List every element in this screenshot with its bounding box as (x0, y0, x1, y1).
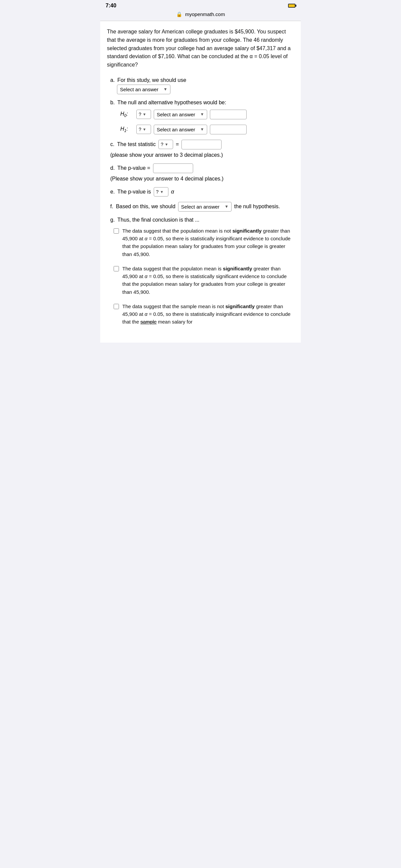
conclusion-action-dropdown[interactable]: Select an answer ▼ (178, 202, 232, 212)
part-b-row: b. The null and alternative hypotheses w… (110, 100, 294, 105)
part-f-text1: Based on this, we should (116, 204, 176, 210)
pvalue-input[interactable] (153, 163, 193, 173)
part-a-dropdown[interactable]: Select an answer ▼ (117, 85, 171, 94)
part-a-row: a. For this study, we should use (110, 77, 294, 83)
url-text: myopenmath.com (185, 11, 225, 17)
part-a-section: a. For this study, we should use Select … (107, 77, 294, 94)
h1-variable-dropdown[interactable]: ? ▼ (136, 125, 151, 134)
part-b-label: b. (110, 100, 115, 105)
h0-operator-dropdown[interactable]: Select an answer ▼ (154, 110, 207, 119)
part-c-suffix: (please show your answer to 3 decimal pl… (110, 152, 223, 158)
option-2-text: The data suggest that the populaton mean… (122, 265, 294, 296)
h0-var-arrow: ▼ (143, 112, 146, 116)
part-g-header: g. Thus, the final conclusion is that ..… (110, 217, 294, 223)
conclusion-action-label: Select an answer (181, 204, 220, 210)
part-e-text1: The p-value is (117, 189, 151, 195)
h1-label: H1: (120, 126, 134, 133)
part-f-row: f. Based on this, we should Select an an… (110, 202, 294, 212)
conclusion-action-arrow: ▼ (224, 204, 228, 209)
h0-variable-dropdown[interactable]: ? ▼ (136, 110, 151, 119)
part-g-section: g. Thus, the final conclusion is that ..… (107, 217, 294, 326)
part-a-dropdown-label: Select an answer (120, 87, 158, 92)
time-display: 7:40 (105, 3, 116, 9)
part-e-row: e. The p-value is ? ▼ α (110, 187, 294, 196)
part-d-text: The p-value = (117, 165, 150, 171)
lock-icon: 🔒 (176, 11, 182, 18)
part-f-label: f. (110, 204, 113, 210)
h0-operator-arrow: ▼ (200, 112, 204, 117)
option-1-text: The data suggest that the population mea… (122, 227, 294, 258)
h1-value-input[interactable] (210, 125, 247, 134)
part-e-label: e. (110, 189, 115, 195)
h0-label: H0: (120, 111, 134, 118)
status-bar: 7:40 (100, 0, 301, 10)
part-g-text: Thus, the final conclusion is that ... (117, 217, 199, 223)
pvalue-compare-question: ? (156, 189, 159, 194)
h0-value-input[interactable] (210, 110, 247, 119)
alpha-symbol: α (171, 189, 174, 195)
pvalue-compare-arrow: ▼ (160, 190, 164, 194)
main-content: The average salary for American college … (100, 21, 301, 343)
option-1: The data suggest that the population mea… (110, 227, 294, 258)
test-stat-question: ? (161, 142, 163, 147)
h1-question-mark: ? (139, 127, 141, 132)
test-stat-type-dropdown[interactable]: ? ▼ (158, 140, 173, 149)
pvalue-compare-dropdown[interactable]: ? ▼ (154, 187, 168, 196)
option-2-checkbox[interactable] (114, 266, 119, 271)
part-c-text: The test statistic (117, 142, 156, 147)
part-c-label: c. (110, 142, 114, 147)
part-d-row: d. The p-value = (Please show your answe… (110, 163, 294, 182)
h0-operator-label: Select an answer (157, 112, 195, 117)
part-c-row: c. The test statistic ? ▼ = (please show… (110, 140, 294, 158)
part-c-section: c. The test statistic ? ▼ = (please show… (107, 140, 294, 158)
h1-operator-dropdown[interactable]: Select an answer ▼ (154, 125, 207, 134)
part-f-section: f. Based on this, we should Select an an… (107, 202, 294, 212)
part-a-label: a. (110, 77, 115, 83)
part-g-label: g. (110, 217, 115, 223)
part-a-dropdown-arrow: ▼ (163, 87, 167, 92)
test-stat-arrow: ▼ (165, 143, 168, 146)
option-1-checkbox[interactable] (114, 228, 119, 234)
part-d-suffix: (Please show your answer to 4 decimal pl… (110, 176, 223, 182)
part-b-text: The null and alternative hypotheses woul… (117, 100, 226, 105)
problem-statement: The average salary for American college … (107, 28, 294, 69)
part-a-text: For this study, we should use (117, 77, 186, 83)
test-stat-input[interactable] (181, 140, 221, 149)
battery-icon (288, 4, 296, 8)
part-d-label: d. (110, 165, 115, 171)
address-bar: 🔒 myopenmath.com (100, 10, 301, 21)
part-f-text2: the null hypothesis. (234, 204, 280, 210)
h1-var-arrow: ▼ (143, 127, 146, 131)
part-c-equals: = (176, 142, 179, 147)
h1-operator-label: Select an answer (157, 127, 195, 132)
option-3: The data suggest that the sample mean is… (110, 303, 294, 326)
part-e-section: e. The p-value is ? ▼ α (107, 187, 294, 196)
h1-operator-arrow: ▼ (200, 127, 204, 132)
h0-row: H0: ? ▼ Select an answer ▼ (110, 110, 294, 119)
option-2: The data suggest that the populaton mean… (110, 265, 294, 296)
h1-row: H1: ? ▼ Select an answer ▼ (110, 125, 294, 134)
option-3-checkbox[interactable] (114, 304, 119, 309)
h0-question-mark: ? (139, 112, 141, 117)
part-b-section: b. The null and alternative hypotheses w… (107, 100, 294, 134)
part-d-section: d. The p-value = (Please show your answe… (107, 163, 294, 182)
option-3-text: The data suggest that the sample mean is… (122, 303, 294, 326)
